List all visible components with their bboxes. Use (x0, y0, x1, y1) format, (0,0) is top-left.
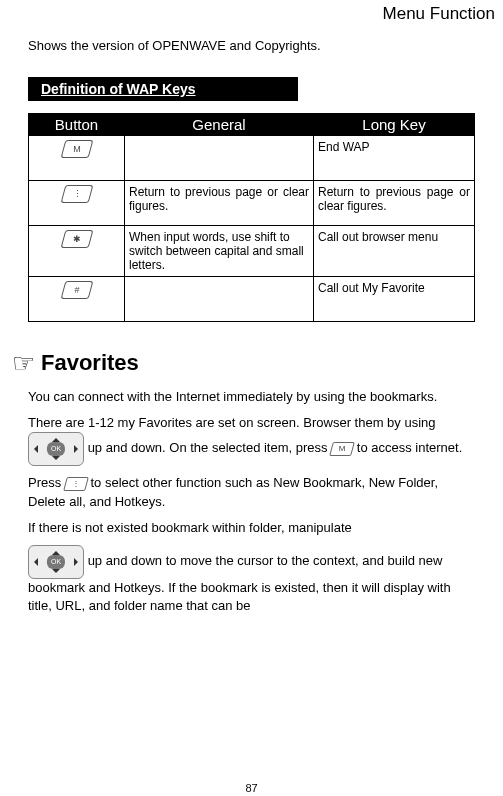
m-key-icon (60, 140, 93, 158)
table-row: Return to previous page or clear figures… (29, 181, 475, 226)
table-row: End WAP (29, 136, 475, 181)
section-header: Definition of WAP Keys (28, 77, 298, 101)
cell-general: When input words, use shift to switch be… (125, 226, 314, 277)
m-key-icon (329, 442, 355, 456)
table-header-longkey: Long Key (314, 114, 475, 136)
cell-general (125, 136, 314, 181)
wap-keys-table: Button General Long Key End WAP Return t… (28, 113, 475, 322)
intro-paragraph: Shows the version of OPENWAVE and Copyri… (14, 38, 489, 53)
dpad-icon (28, 432, 84, 466)
page-number: 87 (0, 782, 503, 794)
para5-text: up and down to move the cursor to the co… (28, 553, 451, 613)
table-header-general: General (125, 114, 314, 136)
para2-text-c: to access internet. (357, 441, 463, 456)
cell-longkey: Call out browser menu (314, 226, 475, 277)
dots-key-icon (63, 477, 89, 491)
favorites-para4: If there is not existed bookmark within … (28, 519, 475, 537)
para2-text-a: There are 1-12 my Favorites are set on s… (28, 415, 436, 430)
table-row: Call out My Favorite (29, 277, 475, 322)
table-header-button: Button (29, 114, 125, 136)
favorites-para2: There are 1-12 my Favorites are set on s… (28, 414, 475, 466)
table-row: When input words, use shift to switch be… (29, 226, 475, 277)
cell-longkey: Call out My Favorite (314, 277, 475, 322)
cell-longkey: Return to previous page or clear figures… (314, 181, 475, 226)
favorites-para5: up and down to move the cursor to the co… (28, 545, 475, 615)
para3-text-b: to select other function such as New Boo… (28, 475, 438, 508)
hash-key-icon (60, 281, 93, 299)
dpad-icon (28, 545, 84, 579)
favorites-para3: Press to select other function such as N… (28, 474, 475, 510)
asterisk-key-icon (60, 230, 93, 248)
page-title: Menu Function (8, 4, 495, 24)
para2-text-b: up and down. On the selected item, press (88, 441, 332, 456)
hand-icon: ☞ (12, 350, 35, 376)
favorites-heading: Favorites (41, 350, 139, 376)
favorites-para1: You can connect with the Internet immedi… (28, 388, 475, 406)
para3-text-a: Press (28, 475, 65, 490)
dots-key-icon (60, 185, 93, 203)
cell-general (125, 277, 314, 322)
cell-longkey: End WAP (314, 136, 475, 181)
cell-general: Return to previous page or clear figures… (125, 181, 314, 226)
